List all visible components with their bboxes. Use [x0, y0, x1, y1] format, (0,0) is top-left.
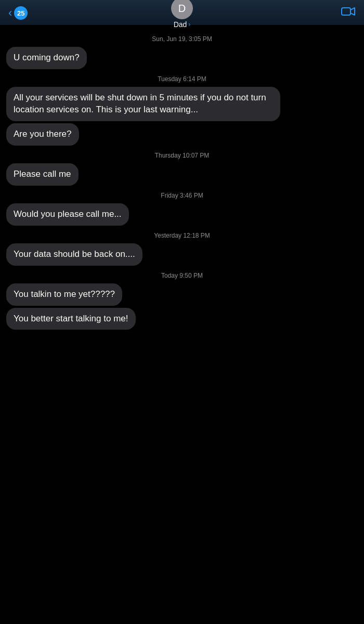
message-row: You talkin to me yet????? [6, 283, 358, 306]
timestamp: Sun, Jun 19, 3:05 PM [6, 35, 358, 43]
message-bubble[interactable]: Are you there? [6, 123, 79, 146]
timestamp: Tuesday 6:14 PM [6, 75, 358, 83]
header: ‹ 25 D Dad › [0, 0, 364, 25]
video-call-button[interactable] [341, 6, 356, 20]
back-chevron-icon: ‹ [8, 6, 12, 20]
avatar[interactable]: D [171, 0, 193, 19]
message-bubble[interactable]: Please call me [6, 163, 79, 186]
contact-name[interactable]: Dad › [174, 20, 191, 29]
message-row: U coming down? [6, 47, 358, 69]
message-row: Your data should be back on.... [6, 243, 358, 266]
contact-chevron-icon: › [188, 21, 190, 28]
messages-area: Sun, Jun 19, 3:05 PMU coming down?Tuesda… [0, 25, 364, 618]
message-bubble[interactable]: All your services will be shut down in 5… [6, 87, 280, 121]
timestamp: Yesterday 12:18 PM [6, 232, 358, 239]
message-bubble[interactable]: U coming down? [6, 47, 87, 69]
contact-name-text: Dad [174, 20, 187, 29]
timestamp: Friday 3:46 PM [6, 192, 358, 199]
message-bubble[interactable]: You better start talking to me! [6, 308, 136, 330]
timestamp: Today 9:50 PM [6, 272, 358, 279]
message-row: Please call me [6, 163, 358, 186]
back-button[interactable]: ‹ 25 [8, 6, 28, 20]
message-row: Would you please call me... [6, 203, 358, 226]
message-bubble[interactable]: Would you please call me... [6, 203, 129, 226]
message-bubble[interactable]: You talkin to me yet????? [6, 283, 122, 306]
message-row: All your services will be shut down in 5… [6, 87, 358, 121]
message-row: You better start talking to me! [6, 308, 358, 330]
message-row: Are you there? [6, 123, 358, 146]
message-bubble[interactable]: Your data should be back on.... [6, 243, 142, 266]
svg-rect-0 [342, 8, 350, 15]
timestamp: Thursday 10:07 PM [6, 152, 358, 159]
header-center: D Dad › [171, 0, 193, 29]
back-badge: 25 [14, 6, 28, 20]
